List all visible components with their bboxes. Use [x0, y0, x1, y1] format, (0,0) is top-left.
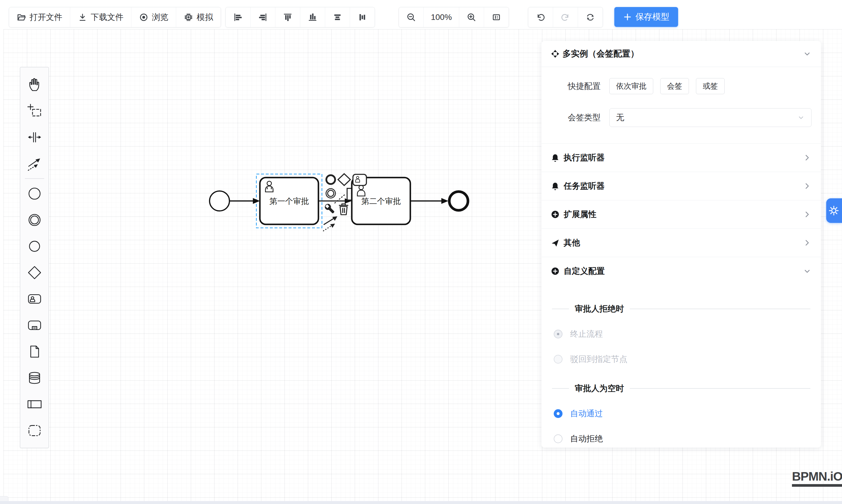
download-icon [78, 13, 87, 22]
append-user-task-icon[interactable] [353, 174, 366, 185]
quick-option-sequential-button[interactable]: 依次审批 [609, 78, 653, 94]
start-event-shape[interactable] [210, 191, 229, 211]
bpmn-io-logo[interactable]: BPMN.iO [792, 470, 842, 487]
section-extended-properties[interactable]: 扩展属性 [541, 200, 821, 229]
open-file-button[interactable]: 打开文件 [9, 7, 70, 27]
undo-icon [536, 13, 545, 22]
create-subprocess[interactable] [20, 312, 49, 339]
append-end-event-icon[interactable] [326, 175, 335, 184]
end-event-shape[interactable] [449, 192, 468, 210]
folder-open-icon [17, 13, 26, 22]
sign-type-value: 无 [616, 112, 797, 123]
properties-panel: 多实例（会签配置） 快捷配置 依次审批 会签 或签 会签类型 无 [541, 41, 821, 448]
save-model-button[interactable]: 保存模型 [614, 7, 678, 27]
section-execution-listener[interactable]: 执行监听器 [541, 143, 821, 172]
section-task-listener[interactable]: 任务监听器 [541, 172, 821, 200]
hand-icon [27, 77, 42, 92]
start-event-icon [27, 186, 42, 201]
connect-icon [27, 156, 42, 171]
panel-header[interactable]: 多实例（会签配置） [541, 41, 821, 67]
section-other[interactable]: 其他 [541, 229, 821, 257]
align-left-button[interactable] [226, 7, 250, 27]
zoom-in-button[interactable] [459, 7, 484, 27]
align-center-button[interactable] [350, 7, 374, 27]
global-connect-tool[interactable] [20, 150, 49, 177]
task1-label: 第一个审批 [269, 197, 309, 205]
plus-circle-icon [551, 267, 560, 275]
fit-viewport-icon [492, 13, 501, 22]
chevron-right-icon [803, 182, 811, 191]
preview-label: 浏览 [152, 12, 168, 23]
align-bottom-icon [308, 13, 317, 22]
settings-tab-button[interactable] [826, 198, 842, 223]
fit-viewport-button[interactable] [484, 7, 509, 27]
send-icon [551, 238, 560, 247]
quick-option-orsign-button[interactable]: 或签 [696, 78, 725, 94]
radio-terminate-process[interactable]: 终止流程 [552, 328, 810, 340]
hand-tool[interactable] [20, 71, 49, 98]
reject-section-title: 审批人拒绝时 [575, 303, 624, 314]
intermediate-event-icon [27, 212, 42, 228]
space-tool[interactable] [20, 124, 49, 150]
zoom-level-value: 100% [424, 7, 459, 27]
section-custom-config[interactable]: 自定义配置 [541, 257, 821, 285]
redo-button[interactable] [553, 7, 578, 27]
radio-circle[interactable] [554, 330, 562, 339]
radio-circle[interactable] [554, 434, 562, 443]
zoom-in-icon [467, 13, 476, 22]
align-top-button[interactable] [275, 7, 300, 27]
end-event-icon [27, 239, 42, 254]
simulate-button[interactable]: 模拟 [176, 7, 221, 27]
panel-title: 多实例（会签配置） [562, 48, 639, 60]
create-intermediate-event[interactable] [20, 207, 49, 233]
chevron-down-icon[interactable] [803, 50, 811, 58]
quick-config-row: 快捷配置 依次审批 会签 或签 [541, 78, 821, 94]
sign-type-label: 会签类型 [551, 112, 600, 123]
bpmn-io-logo-text: BPMN.iO [792, 470, 842, 483]
plus-circle-icon [551, 210, 560, 219]
custom-config-block: 审批人拒绝时 终止流程 驳回到指定节点 审批人为空时 自动通过 [541, 303, 821, 448]
reject-section-divider: 审批人拒绝时 [552, 303, 810, 314]
radio-auto-reject[interactable]: 自动拒绝 [552, 433, 810, 444]
reload-icon [585, 13, 595, 22]
group-icon [27, 423, 42, 438]
lasso-tool[interactable] [20, 98, 49, 124]
sign-type-select[interactable]: 无 [609, 108, 811, 127]
empty-section-title: 审批人为空时 [575, 383, 624, 394]
undo-button[interactable] [528, 7, 553, 27]
gear-icon [828, 205, 839, 216]
create-user-task[interactable] [20, 286, 49, 312]
preview-button[interactable]: 浏览 [131, 7, 176, 27]
download-file-button[interactable]: 下载文件 [70, 7, 131, 27]
zoom-out-button[interactable] [399, 7, 424, 27]
align-top-icon [283, 13, 292, 22]
plus-icon [623, 13, 632, 21]
chevron-right-icon [803, 153, 811, 162]
empty-section-divider: 审批人为空时 [552, 383, 810, 394]
create-gateway[interactable] [20, 259, 49, 286]
bell-icon [551, 153, 560, 162]
create-data-store[interactable] [20, 365, 49, 391]
create-group[interactable] [20, 417, 49, 444]
align-bottom-button[interactable] [300, 7, 325, 27]
reload-button[interactable] [578, 7, 602, 27]
append-intermediate-event-icon[interactable] [326, 189, 335, 198]
align-right-button[interactable] [250, 7, 275, 27]
create-start-event[interactable] [20, 180, 49, 207]
task2-label: 第二个审批 [362, 197, 401, 205]
canvas-corner-tab [0, 496, 8, 501]
create-data-object[interactable] [20, 339, 49, 365]
radio-return-to-node[interactable]: 驳回到指定节点 [552, 354, 810, 365]
radio-circle[interactable] [554, 409, 562, 418]
redo-icon [561, 13, 570, 22]
radio-circle[interactable] [554, 355, 562, 364]
quick-option-countersign-button[interactable]: 会签 [660, 78, 689, 94]
radio-auto-approve[interactable]: 自动通过 [552, 408, 810, 419]
user-task-1[interactable]: 第一个审批 [260, 178, 318, 224]
align-middle-icon [333, 13, 342, 22]
create-participant[interactable] [20, 391, 49, 417]
open-file-label: 打开文件 [30, 12, 62, 23]
create-end-event[interactable] [20, 233, 49, 259]
align-middle-button[interactable] [325, 7, 350, 27]
participant-icon [27, 397, 42, 412]
